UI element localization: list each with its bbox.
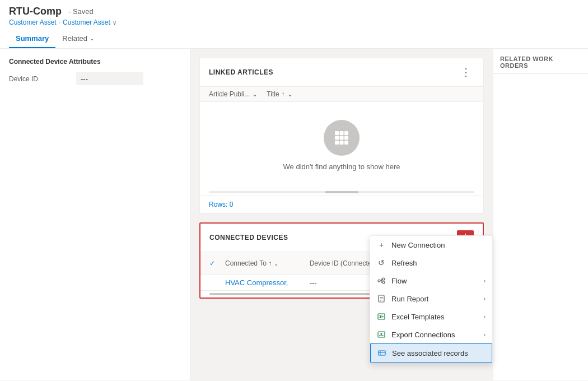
svg-rect-16 xyxy=(378,314,385,319)
report-icon xyxy=(377,294,386,303)
excel-templates-arrow: › xyxy=(484,314,486,320)
flow-arrow: › xyxy=(484,278,486,284)
scrollbar-thumb xyxy=(325,191,358,193)
col-article-publi-label: Article Publi... xyxy=(209,90,250,98)
right-panel: RELATED WORK ORDERS xyxy=(493,49,588,380)
connected-to-link[interactable]: HVAC Compressor, xyxy=(225,278,288,287)
header-top: RTU-Comp - Saved xyxy=(9,6,579,17)
svg-rect-4 xyxy=(340,136,344,140)
empty-state-icon xyxy=(324,120,360,156)
linked-articles-empty-text: We didn't find anything to show here xyxy=(283,162,400,171)
col-title[interactable]: Title ↑ ⌄ xyxy=(267,90,292,98)
export-icon xyxy=(377,330,386,339)
breadcrumb-separator: · xyxy=(59,18,60,26)
device-id-value[interactable]: --- xyxy=(76,72,143,85)
record-title: RTU-Comp xyxy=(9,6,62,17)
svg-rect-8 xyxy=(344,141,348,145)
menu-new-connection-label: New Connection xyxy=(391,241,486,249)
linked-articles-empty: We didn't find anything to show here xyxy=(200,102,483,189)
context-menu: + New Connection ↺ Refresh Flow › xyxy=(370,235,493,363)
menu-flow[interactable]: Flow › xyxy=(370,272,492,290)
svg-point-10 xyxy=(382,278,385,280)
connected-devices-title: CONNECTED DEVICES xyxy=(209,234,288,241)
menu-refresh-label: Refresh xyxy=(391,259,486,267)
menu-excel-templates[interactable]: Excel Templates › xyxy=(370,308,492,326)
plus-icon: + xyxy=(377,240,386,249)
svg-rect-1 xyxy=(340,131,344,135)
run-report-arrow: › xyxy=(484,296,486,302)
col-connected-to-dropdown: ⌄ xyxy=(274,261,278,267)
check-col-icon: ✓ xyxy=(209,259,215,267)
col-device-id-label: Device ID (Connecte... xyxy=(310,259,377,267)
svg-point-9 xyxy=(378,280,380,282)
main-content: Connected Device Attributes Device ID --… xyxy=(0,49,588,380)
refresh-icon: ↺ xyxy=(377,258,386,267)
tab-related-arrow: ⌄ xyxy=(90,35,94,41)
menu-export-connections-label: Export Connections xyxy=(391,331,478,339)
right-panel-divider xyxy=(493,73,588,74)
svg-rect-7 xyxy=(340,141,344,145)
linked-articles-columns: Article Publi... ⌄ Title ↑ ⌄ xyxy=(200,87,483,102)
breadcrumb: Customer Asset · Customer Asset ∨ xyxy=(9,18,579,26)
svg-rect-0 xyxy=(335,131,339,135)
linked-articles-title: Linked Articles xyxy=(209,68,273,76)
records-icon xyxy=(377,349,386,357)
svg-rect-2 xyxy=(344,131,348,135)
linked-articles-more-btn[interactable]: ⋮ xyxy=(458,65,474,80)
tab-related[interactable]: Related ⌄ xyxy=(55,31,101,48)
menu-flow-label: Flow xyxy=(391,277,478,285)
flow-icon xyxy=(377,276,386,285)
linked-articles-scrollbar xyxy=(209,191,474,193)
left-panel: Connected Device Attributes Device ID --… xyxy=(0,49,190,380)
menu-new-connection[interactable]: + New Connection xyxy=(370,236,492,254)
excel-icon xyxy=(377,312,386,321)
connected-to-value: HVAC Compressor, xyxy=(225,278,305,287)
linked-articles-card: Linked Articles ⋮ Article Publi... ⌄ Tit… xyxy=(199,58,484,213)
svg-rect-21 xyxy=(379,351,385,355)
col-connected-to-label: Connected To ↑ xyxy=(225,259,272,267)
menu-run-report[interactable]: Run Report › xyxy=(370,290,492,308)
tab-related-label: Related xyxy=(62,34,87,43)
linked-articles-rows-count: Rows: 0 xyxy=(200,196,483,213)
linked-articles-header: Linked Articles ⋮ xyxy=(200,58,483,87)
nav-tabs: Summary Related ⌄ xyxy=(9,31,579,48)
col-article-publi[interactable]: Article Publi... ⌄ xyxy=(209,90,258,98)
breadcrumb-item1[interactable]: Customer Asset xyxy=(9,18,57,26)
menu-excel-templates-label: Excel Templates xyxy=(391,313,478,321)
menu-run-report-label: Run Report xyxy=(391,295,478,303)
tab-summary[interactable]: Summary xyxy=(9,31,55,48)
col-connected-to[interactable]: Connected To ↑ ⌄ xyxy=(225,259,305,267)
col-article-publi-sort: ⌄ xyxy=(252,90,258,98)
menu-refresh[interactable]: ↺ Refresh xyxy=(370,254,492,272)
svg-point-11 xyxy=(382,281,385,284)
breadcrumb-dropdown[interactable]: Customer Asset ∨ xyxy=(63,18,116,26)
menu-export-connections[interactable]: Export Connections › xyxy=(370,326,492,343)
saved-label: - Saved xyxy=(68,7,94,16)
svg-rect-3 xyxy=(335,136,339,140)
page-header: RTU-Comp - Saved Customer Asset · Custom… xyxy=(0,0,588,49)
breadcrumb-dropdown-arrow: ∨ xyxy=(113,20,116,26)
connected-device-attributes-title: Connected Device Attributes xyxy=(9,58,181,66)
col-title-dropdown: ⌄ xyxy=(287,90,293,98)
export-connections-arrow: › xyxy=(484,332,486,338)
svg-rect-6 xyxy=(335,141,339,145)
related-work-orders-title: RELATED WORK ORDERS xyxy=(493,49,588,73)
col-title-label: Title xyxy=(267,90,279,98)
tab-summary-label: Summary xyxy=(16,34,49,43)
breadcrumb-item2: Customer Asset xyxy=(63,18,110,26)
menu-see-associated-records[interactable]: See associated records xyxy=(370,343,492,363)
device-id-field-row: Device ID --- xyxy=(9,72,181,85)
device-id-label: Device ID xyxy=(9,75,76,83)
menu-see-associated-records-label: See associated records xyxy=(392,349,485,357)
svg-rect-5 xyxy=(344,136,348,140)
col-title-sort: ↑ xyxy=(282,90,285,98)
